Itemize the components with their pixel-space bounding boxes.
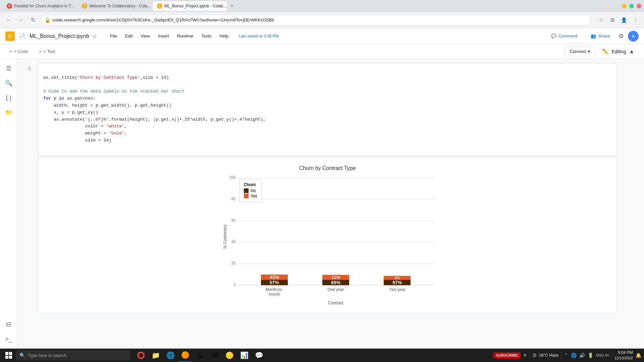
add-text-button[interactable]: + + Text <box>35 47 59 56</box>
tab-close-panelist[interactable]: ✕ <box>76 4 76 8</box>
taskbar-chrome[interactable]: 🟠 <box>178 349 192 362</box>
browser-controls <box>622 4 641 8</box>
collapse-button[interactable]: ▲ <box>629 48 635 55</box>
chart-title: Churn by Contract Type <box>299 165 356 171</box>
forward-button[interactable]: → <box>16 15 25 25</box>
cell-run-indicator[interactable]: [ ] <box>28 66 30 70</box>
user-profile-icon[interactable]: 👤 <box>619 15 629 25</box>
sidebar-terminal-icon[interactable]: ⊟ <box>2 318 15 331</box>
menu-runtime[interactable]: Runtime <box>174 32 197 40</box>
code-content[interactable]: ax.set_title('Churn by Contract Type',si… <box>38 63 617 155</box>
back-button[interactable]: ← <box>4 15 13 25</box>
bar-group-twoyear: 3% 97% <box>384 276 411 285</box>
close-button[interactable] <box>637 4 641 8</box>
volume-icon[interactable]: 🔊 <box>579 353 585 358</box>
code-line-7: ax.annotate('{:.0f}%'.format(height), (p… <box>43 117 266 122</box>
start-button[interactable] <box>3 349 15 361</box>
main-area: ☰ 🔍 { } 📁 ⊟ >_ [ ] ax.set_title('Churn b… <box>0 59 644 349</box>
minimize-button[interactable] <box>622 4 627 8</box>
plus-text-icon: + <box>39 49 42 54</box>
taskbar-files[interactable]: 🗂 <box>193 349 207 362</box>
close-subscribe-icon[interactable]: ✕ <box>523 353 527 358</box>
refresh-button[interactable]: ↻ <box>28 15 38 25</box>
settings-icon[interactable]: ⚙ <box>619 33 624 40</box>
bar-month-yes: 43% <box>261 275 288 280</box>
tab-label-ml: ML_Bonus_Project.ipynb - Colab... <box>164 4 226 8</box>
tab-panelist[interactable]: P Panelist for Churn Analytics in T... ✕ <box>3 1 76 11</box>
chart-legend: Churn No Yes <box>239 179 262 202</box>
bar-twoyear-yes: 3% <box>384 276 411 280</box>
menu-edit[interactable]: Edit <box>122 32 136 40</box>
taskbar-ppt[interactable]: 📊 <box>237 349 251 362</box>
chart-plot-area: 0 20 40 60 80 <box>237 178 435 285</box>
svg-rect-0 <box>5 352 8 355</box>
sidebar-code-icon[interactable]: { } <box>2 91 15 105</box>
svg-rect-2 <box>5 356 8 359</box>
clock-time: 9:04 PM <box>614 350 633 356</box>
taskbar-search[interactable]: 🔍 Type here to search <box>16 350 130 360</box>
bar-group-month: 43% 57% <box>261 275 288 285</box>
svg-rect-1 <box>9 352 12 355</box>
clock-date: 12/13/2022 <box>614 356 633 361</box>
taskbar-cortana[interactable]: ⭕ <box>134 349 148 362</box>
taskbar-divider-2 <box>561 352 561 359</box>
add-code-button[interactable]: + + Code <box>5 47 32 56</box>
taskbar-teams[interactable]: 💬 <box>252 349 266 362</box>
taskbar-mail[interactable]: ✉ <box>208 349 221 362</box>
code-cell-1: [ ] ax.set_title('Churn by Contract Type… <box>38 63 617 156</box>
code-line-4: for p in ax.patches: <box>43 96 96 101</box>
search-icon: 🔍 <box>19 353 25 358</box>
code-line-1: ax.set_title('Churn by Contract Type',si… <box>43 75 169 80</box>
subscribe-badge[interactable]: SUBSCRIBE <box>493 352 521 358</box>
app-header: C 📄 ML_Bonus_Project.ipynb ☆ File Edit V… <box>0 28 644 44</box>
lock-icon: 🔒 <box>45 17 50 23</box>
code-line-3: # Code to add the data labels on the sta… <box>43 89 184 94</box>
menu-file[interactable]: File <box>107 32 120 40</box>
browser-titlebar: P Panelist for Churn Analytics in T... ✕… <box>0 0 644 12</box>
sidebar-files-icon[interactable]: 📁 <box>2 106 15 119</box>
browser-menu-icon[interactable]: ⋮ <box>631 15 640 25</box>
clock[interactable]: 9:04 PM 12/13/2022 <box>614 350 633 361</box>
battery-icon[interactable]: 🔋 <box>588 353 593 358</box>
notebook-title: ML_Bonus_Project.ipynb ☆ <box>30 33 97 40</box>
colab-logo: C <box>5 32 15 41</box>
notebook-content[interactable]: [ ] ax.set_title('Churn by Contract Type… <box>17 59 644 349</box>
windows-logo-icon <box>5 352 12 359</box>
taskbar-colab[interactable]: 🟡 <box>223 349 236 362</box>
menu-insert[interactable]: Insert <box>155 32 172 40</box>
cell-gutter: [ ] <box>22 63 37 155</box>
sidebar-search-icon[interactable]: 🔍 <box>2 76 15 90</box>
menu-view[interactable]: View <box>137 32 153 40</box>
header-right: 💬 Comment 👥 Share ⚙ A <box>546 31 639 42</box>
network-icon[interactable]: 🌐 <box>571 353 577 358</box>
bookmark-icon[interactable]: ☆ <box>596 15 606 25</box>
comment-button[interactable]: 💬 Comment <box>546 32 582 41</box>
new-tab-button[interactable]: + <box>228 1 239 11</box>
tab-favicon-ml: C <box>157 3 162 9</box>
menu-help[interactable]: Help <box>216 32 232 40</box>
address-bar[interactable]: 🔒 colab.research.google.com/drive/1C0ijX… <box>40 15 591 25</box>
taskbar-explorer[interactable]: 📁 <box>149 349 162 362</box>
maximize-button[interactable] <box>629 4 634 8</box>
extensions-icon[interactable]: ⊞ <box>608 15 617 25</box>
sidebar-menu-icon[interactable]: ☰ <box>2 62 15 75</box>
share-button[interactable]: 👥 Share <box>586 32 614 41</box>
grid-label-0: 0 <box>233 283 237 287</box>
star-icon[interactable]: ☆ <box>92 33 97 40</box>
bar-twoyear-no: 97% <box>384 280 411 285</box>
notebook-toolbar: + + Code + + Text Connect ▾ ✏️ Editing ▲ <box>0 44 644 59</box>
tab-mlbonus[interactable]: C ML_Bonus_Project.ipynb - Colab... ✕ <box>153 1 227 11</box>
notification-icon[interactable]: 🔔 <box>636 353 641 358</box>
taskbar-edge[interactable]: 🌐 <box>164 349 177 362</box>
grid-label-40: 40 <box>231 240 237 244</box>
menu-tools[interactable]: Tools <box>198 32 215 40</box>
tab-colaboratory[interactable]: C Welcome To Colaboratory - Cola... ✕ <box>78 1 152 11</box>
comment-icon: 💬 <box>551 34 556 39</box>
code-line-6: x, y = p.get_xy() <box>43 110 98 115</box>
tab-favicon-panelist: P <box>7 3 12 9</box>
chevron-up-icon[interactable]: ⌃ <box>564 353 568 358</box>
connect-button[interactable]: Connect ▾ <box>565 47 595 56</box>
sidebar-bottom-icon[interactable]: >_ <box>2 333 15 346</box>
tab-label-colab1: Welcome To Colaboratory - Cola... <box>89 4 151 8</box>
user-avatar[interactable]: A <box>628 31 639 42</box>
